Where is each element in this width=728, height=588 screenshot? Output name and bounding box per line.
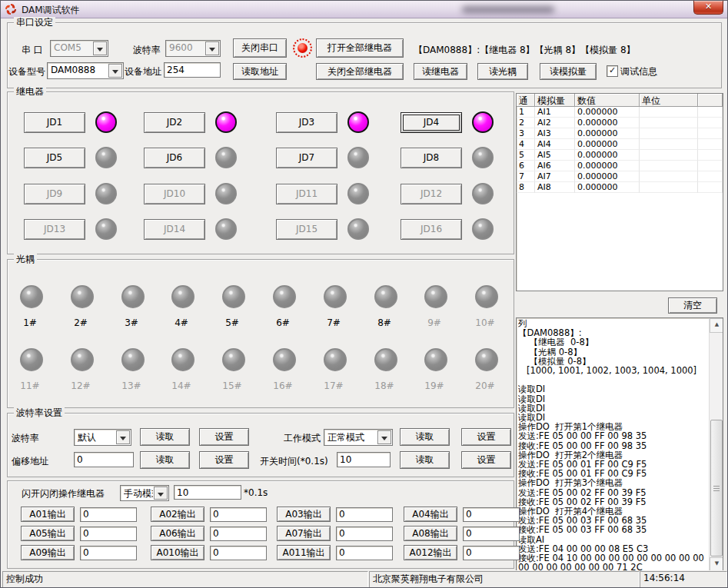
ao6-output-button[interactable]: A06输出 <box>151 526 204 541</box>
ao10-output-button[interactable]: A010输出 <box>151 545 204 560</box>
switch-time-input[interactable] <box>337 452 391 467</box>
table-row[interactable]: 1AI10.000000 <box>517 107 723 118</box>
ao2-output-button[interactable]: A02输出 <box>151 507 204 522</box>
ao8-output-input[interactable] <box>463 527 520 541</box>
relay-led-jd10 <box>215 183 237 204</box>
ao10-output-input[interactable] <box>210 546 267 560</box>
work-mode-combo[interactable]: 正常模式 <box>324 429 393 446</box>
ao8-output-button[interactable]: A08输出 <box>404 526 457 541</box>
offset-set-button[interactable]: 设置 <box>199 451 249 469</box>
title-bar[interactable]: DAM调试软件 ✕ <box>1 1 727 18</box>
ao7-output-input[interactable] <box>336 527 393 541</box>
relay-button-jd4[interactable]: JD4 <box>401 112 462 133</box>
table-row[interactable]: 7AI70.000000 <box>517 171 723 182</box>
relay-button-jd3[interactable]: JD3 <box>276 112 337 133</box>
read-address-button[interactable]: 读取地址 <box>233 63 287 80</box>
switch-time-read-button[interactable]: 读取 <box>400 451 450 469</box>
chevron-down-icon <box>154 487 168 500</box>
opto-label-10: 10# <box>470 317 500 328</box>
switch-time-set-button[interactable]: 设置 <box>461 451 511 469</box>
relay-led-jd7 <box>347 147 369 168</box>
relay-button-jd6[interactable]: JD6 <box>144 148 205 168</box>
chevron-down-icon <box>108 64 122 78</box>
relay-button-jd1[interactable]: JD1 <box>24 112 85 133</box>
device-info-text: 【DAM0888】:【继电器 8】【光耦 8】【模拟量 8】 <box>414 44 636 57</box>
read-analog-button[interactable]: 读模拟量 <box>540 63 597 80</box>
baud-set-button[interactable]: 设置 <box>199 428 249 446</box>
ao1-output-input[interactable] <box>80 507 137 522</box>
flash-mode-combo[interactable]: 手动模式 <box>120 485 169 501</box>
opto-led-9 <box>424 285 447 308</box>
ao7-output-button[interactable]: A07输出 <box>277 526 331 541</box>
log-box[interactable]: 列 【DAM0888】: 【继电器 0-8】 【光耦 0-8】 【模拟量 0-8… <box>516 317 723 573</box>
debug-info-checkbox[interactable]: ✓ <box>607 65 618 77</box>
ao11-output-input[interactable] <box>336 546 393 560</box>
baudrate-combo: 9600 <box>165 40 221 57</box>
ao4-output-input[interactable] <box>463 507 520 522</box>
open-all-relays-button[interactable]: 打开全部继电器 <box>316 38 404 58</box>
flash-time-unit: *0.1s <box>244 487 268 498</box>
table-row[interactable]: 2AI20.000000 <box>517 118 723 128</box>
work-mode-set-button[interactable]: 设置 <box>461 428 511 446</box>
relay-item: JD2 <box>144 111 237 133</box>
table-row[interactable]: 6AI60.000000 <box>517 161 723 171</box>
relay-button-jd14: JD14 <box>144 219 205 240</box>
ao9-output-input[interactable] <box>80 546 137 560</box>
opto-label-13: 13# <box>116 380 147 391</box>
opto-label-16: 16# <box>268 380 298 391</box>
offset-address-input[interactable] <box>74 452 134 467</box>
read-relays-button[interactable]: 读继电器 <box>414 63 467 80</box>
relay-button-jd7[interactable]: JD7 <box>276 148 337 168</box>
ao9-output-button[interactable]: A09输出 <box>21 545 75 560</box>
ao5-output-button[interactable]: A05输出 <box>21 526 75 541</box>
opto-led-7 <box>324 285 347 308</box>
relay-item: JD13 <box>24 218 117 240</box>
relay-led-jd4 <box>472 111 494 133</box>
analog-table: 通模拟量数值单位 1AI10.000000 2AI20.000000 3AI30… <box>516 93 723 291</box>
ao2-output-input[interactable] <box>210 507 267 522</box>
table-row[interactable]: 8AI80.000000 <box>517 182 723 193</box>
ao4-output-button[interactable]: A04输出 <box>404 507 457 522</box>
device-address-input[interactable] <box>164 62 221 78</box>
baud-read-button[interactable]: 读取 <box>140 428 190 446</box>
relay-item: JD7 <box>276 147 369 168</box>
relay-button-jd8[interactable]: JD8 <box>401 148 462 168</box>
log-scrollbar[interactable]: ▲ ▼ <box>709 318 723 572</box>
close-all-relays-button[interactable]: 关闭全部继电器 <box>316 63 404 80</box>
close-button[interactable]: ✕ <box>693 1 723 15</box>
opto-label-11: 11# <box>15 380 45 391</box>
status-time: 14:56:14 <box>640 571 727 588</box>
device-model-combo[interactable]: DAM0888 <box>47 62 124 79</box>
scroll-up-icon[interactable]: ▲ <box>710 318 723 333</box>
table-row[interactable]: 5AI50.000000 <box>517 150 723 161</box>
relay-group-title: 继电器 <box>14 86 46 97</box>
ao12-output-input[interactable] <box>463 546 520 560</box>
ao1-output-button[interactable]: A01输出 <box>21 507 75 522</box>
relay-button-jd13: JD13 <box>24 219 85 240</box>
ao12-output-button[interactable]: A012输出 <box>404 545 457 560</box>
close-serial-button[interactable]: 关闭串口 <box>233 38 287 58</box>
ao3-output-input[interactable] <box>336 507 393 522</box>
flash-relay-label: 闪开闪闭操作继电器 <box>22 487 105 500</box>
ao11-output-button[interactable]: A011输出 <box>277 545 331 560</box>
scrollbar-thumb[interactable] <box>710 420 723 556</box>
relay-button-jd2[interactable]: JD2 <box>144 112 205 133</box>
ao6-output-input[interactable] <box>210 527 267 541</box>
read-opto-button[interactable]: 读光耦 <box>477 63 528 80</box>
clear-log-button[interactable]: 清空 <box>668 297 717 314</box>
relay-led-jd14 <box>215 218 237 240</box>
table-row[interactable]: 4AI40.000000 <box>517 139 723 150</box>
flash-time-input[interactable] <box>174 485 241 500</box>
ao5-output-input[interactable] <box>80 527 137 541</box>
device-address-label: 设备地址 <box>125 65 161 78</box>
opto-led-11 <box>20 348 43 371</box>
ao3-output-button[interactable]: A03输出 <box>277 507 331 522</box>
offset-read-button[interactable]: 读取 <box>140 451 190 469</box>
work-mode-label: 工作模式 <box>284 432 321 445</box>
status-message: 控制成功 <box>2 571 368 588</box>
table-row[interactable]: 3AI30.000000 <box>517 128 723 139</box>
baud-combo[interactable]: 默认 <box>74 429 131 446</box>
opto-led-4 <box>171 285 194 308</box>
work-mode-read-button[interactable]: 读取 <box>400 428 450 446</box>
relay-button-jd5[interactable]: JD5 <box>24 148 85 168</box>
